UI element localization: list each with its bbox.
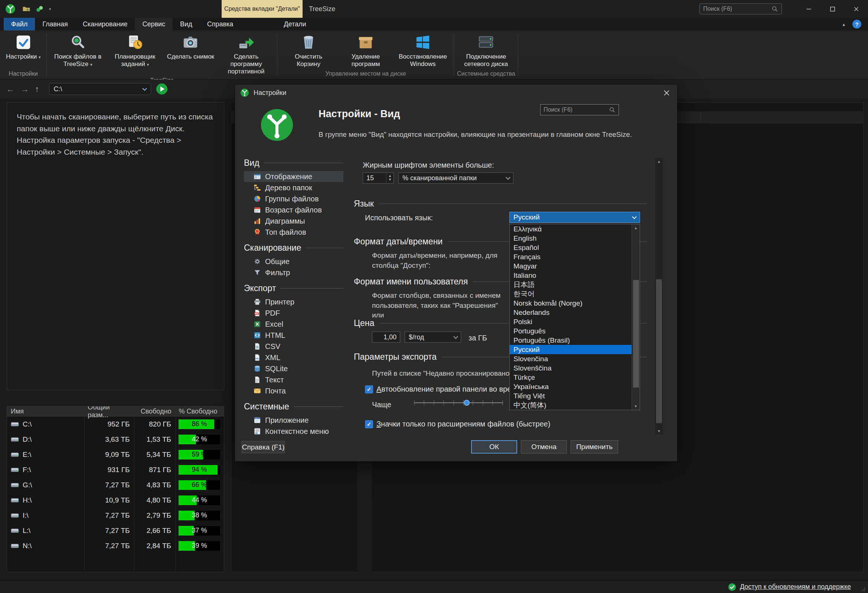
language-option[interactable]: Ελληνικά <box>510 224 632 234</box>
language-option[interactable]: Slovenščina <box>510 363 632 373</box>
scroll-down-icon[interactable]: ▼ <box>655 429 663 433</box>
language-option[interactable]: Português (Brasil) <box>510 335 632 345</box>
ribbon-button[interactable]: Восстановление Windows ▾ <box>395 32 451 69</box>
language-option[interactable]: Italiano <box>510 271 632 280</box>
qat-open-icon[interactable] <box>22 5 31 13</box>
apply-button[interactable]: Применить <box>571 440 618 453</box>
spinner-arrows-icon[interactable]: ▲▼ <box>386 173 394 183</box>
language-option[interactable]: 日本語 <box>510 280 632 289</box>
sidebar-item[interactable]: Отображение <box>244 171 343 182</box>
help-button[interactable]: Справка (F1) <box>242 441 285 453</box>
qat-export-icon[interactable] <box>35 5 44 13</box>
scroll-up-icon[interactable]: ▲ <box>632 226 640 230</box>
scroll-down-icon[interactable]: ▼ <box>632 404 640 408</box>
updates-link[interactable]: Доступ к обновлениям и поддержке <box>740 583 851 591</box>
language-option[interactable]: Español <box>510 243 632 252</box>
drive-row[interactable]: D:\ 3,63 ТБ 1,53 ТБ 42 % <box>7 432 224 447</box>
refresh-frequency-slider[interactable] <box>414 399 503 406</box>
language-option[interactable]: Українська <box>510 382 632 391</box>
language-option[interactable]: 한국어 <box>510 289 632 299</box>
up-button[interactable]: ↑ <box>35 84 39 94</box>
path-dropdown-icon[interactable] <box>139 88 151 90</box>
dialog-search-input[interactable]: Поиск (F6) <box>540 104 619 115</box>
sidebar-item[interactable]: CSV <box>244 341 343 352</box>
language-combobox[interactable]: Русский <box>509 212 640 223</box>
slider-thumb[interactable] <box>464 400 469 406</box>
sidebar-item[interactable]: Принтер <box>244 296 343 308</box>
qat-dropdown-icon[interactable]: ▾ <box>49 7 51 12</box>
column-header-free-percent[interactable]: % Свободно <box>175 406 224 416</box>
back-button[interactable]: ← <box>6 84 15 94</box>
scroll-up-icon[interactable]: ▲ <box>655 159 663 163</box>
sidebar-item[interactable]: Топ файлов <box>244 227 343 238</box>
ribbon-button[interactable]: Планировщик заданий ▾ <box>107 32 163 69</box>
sidebar-item[interactable]: Диаграммы <box>244 215 343 227</box>
price-input[interactable]: 1,00 <box>372 331 400 343</box>
dialog-close-button[interactable] <box>655 85 677 101</box>
ribbon-tab[interactable]: Вид <box>173 18 200 30</box>
slider-track[interactable] <box>414 402 503 403</box>
ribbon-tab[interactable]: Детали <box>276 18 313 30</box>
ribbon-tab[interactable]: Файл <box>4 18 35 30</box>
language-option[interactable]: English <box>510 234 632 243</box>
titlebar-search-input[interactable]: Поиск (F6) <box>700 3 782 15</box>
language-option[interactable]: Français <box>510 252 632 262</box>
bold-threshold-spinner[interactable]: 15 ▲▼ <box>363 172 394 184</box>
maximize-button[interactable] <box>821 0 844 18</box>
language-option[interactable]: Türkçe <box>510 373 632 382</box>
language-option[interactable]: Русский <box>510 345 632 354</box>
ribbon-tab[interactable]: Сервис <box>135 18 173 30</box>
drive-row[interactable]: G:\ 7,27 ТБ 4,83 ТБ 66 % <box>7 477 224 493</box>
sidebar-item[interactable]: Приложение <box>244 415 343 426</box>
cancel-button[interactable]: Отмена <box>521 440 567 453</box>
bold-unit-select[interactable]: % сканированной папки <box>399 172 514 184</box>
drive-row[interactable]: H:\ 10,9 ТБ 4,80 ТБ 44 % <box>7 493 224 508</box>
help-icon[interactable]: ? <box>852 20 861 29</box>
chevron-down-icon[interactable] <box>629 216 640 218</box>
language-option[interactable]: Norsk bokmål (Norge) <box>510 299 632 308</box>
column-header-total-size[interactable]: Общий разм... <box>84 406 134 416</box>
price-unit-select[interactable]: $/год <box>404 331 461 343</box>
language-option[interactable]: Português <box>510 326 632 335</box>
sidebar-item[interactable]: Группы файлов <box>244 193 343 205</box>
start-scan-button[interactable] <box>156 84 167 94</box>
app-icon[interactable] <box>5 4 16 14</box>
collapse-ribbon-icon[interactable]: ▴ <box>842 22 845 27</box>
drive-row[interactable]: E:\ 9,09 ТБ 5,34 ТБ 59 % <box>7 447 224 462</box>
resize-grip[interactable] <box>861 586 866 591</box>
settings-scrollbar[interactable]: ▲ ▼ <box>655 158 663 435</box>
ribbon-tab[interactable]: Сканирование <box>75 18 135 30</box>
language-option[interactable]: 中文(简体) <box>510 400 632 410</box>
drive-row[interactable]: I:\ 7,27 ТБ 2,79 ТБ 38 % <box>7 508 224 523</box>
scrollbar-thumb[interactable] <box>656 279 662 423</box>
ribbon-button[interactable]: Настройки ▾ <box>3 32 44 61</box>
ribbon-button[interactable]: Сделать программу портативной ▾ <box>218 32 275 76</box>
forward-button[interactable]: → <box>21 84 29 94</box>
checkbox-checked-icon[interactable]: ✓ <box>365 420 373 428</box>
language-option[interactable]: Polski <box>510 317 632 326</box>
scrollbar-thumb[interactable] <box>633 280 639 387</box>
drive-row[interactable]: L:\ 7,27 ТБ 2,66 ТБ 37 % <box>7 523 224 538</box>
dropdown-scrollbar[interactable]: ▲ ▼ <box>632 224 640 410</box>
checkbox-checked-icon[interactable]: ✓ <box>365 386 373 393</box>
column-header-name[interactable]: Имя <box>7 406 84 416</box>
close-button[interactable] <box>844 0 868 18</box>
sidebar-item[interactable]: Excel <box>244 319 343 330</box>
ribbon-button[interactable]: Поиск файлов в TreeSize ▾ <box>50 32 106 69</box>
language-option[interactable]: Nederlands <box>510 308 632 317</box>
language-option[interactable]: Tiếng Việt <box>510 391 632 400</box>
sidebar-item[interactable]: SQLite <box>244 363 343 374</box>
sidebar-item[interactable]: PDF PDF <box>244 308 343 319</box>
drive-row[interactable]: F:\ 931 ГБ 871 ГБ 94 % <box>7 462 224 477</box>
sidebar-item[interactable]: Текст <box>244 374 343 386</box>
drive-row[interactable]: N:\ 7,27 ТБ 2,84 ТБ 39 % <box>7 538 224 553</box>
ribbon-button[interactable]: Удаление программ ▾ <box>338 32 394 69</box>
ribbon-button[interactable]: Очистить Корзину ▾ <box>280 32 337 69</box>
ribbon-tab[interactable]: Справка <box>200 18 241 30</box>
autorefresh-checkbox[interactable]: ✓ Автообновление правой панели во время … <box>365 385 526 393</box>
sidebar-item[interactable]: Фильтр <box>244 267 343 278</box>
language-option[interactable]: Slovenčina <box>510 354 632 363</box>
icons-by-extension-checkbox[interactable]: ✓ Значки только по расширениям файлов (б… <box>365 420 550 428</box>
ribbon-button[interactable]: Сделать снимок ▾ <box>164 32 217 61</box>
path-combobox[interactable]: C:\ <box>49 83 151 95</box>
